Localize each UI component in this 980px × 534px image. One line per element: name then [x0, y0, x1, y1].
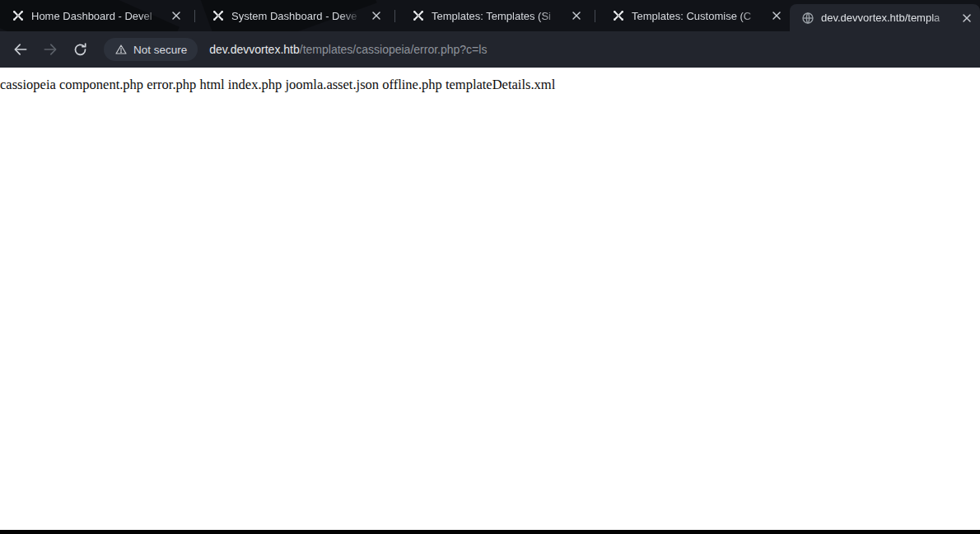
url-path: /templates/cassiopeia/error.php?c=ls [300, 43, 488, 56]
tab-home-dashboard[interactable]: Home Dashboard - Devel [0, 0, 189, 31]
tab-title: System Dashboard - Deve [231, 10, 362, 22]
warning-triangle-icon [114, 43, 128, 56]
joomla-icon [212, 9, 225, 22]
close-icon[interactable] [568, 7, 585, 24]
tab-active-error-php[interactable]: dev.devvortex.htb/templa [790, 4, 980, 31]
tab-title: dev.devvortex.htb/templa [821, 12, 952, 24]
security-label: Not secure [133, 44, 187, 56]
browser-toolbar: Not secure dev.devvortex.htb/templates/c… [0, 31, 980, 68]
close-icon[interactable] [959, 10, 975, 26]
tab-templates-customise[interactable]: Templates: Customise (C [600, 0, 790, 31]
close-icon[interactable] [368, 7, 385, 24]
joomla-icon [612, 9, 625, 22]
tab-strip: Home Dashboard - Devel [0, 0, 980, 31]
bottom-window-edge [0, 530, 980, 534]
reload-icon[interactable] [68, 37, 92, 62]
forward-icon[interactable] [38, 37, 63, 62]
joomla-icon [412, 9, 425, 22]
back-icon[interactable] [8, 37, 33, 62]
tab-title: Home Dashboard - Devel [31, 10, 161, 22]
security-chip[interactable]: Not secure [104, 38, 198, 61]
address-bar[interactable]: dev.devvortex.htb/templates/cassiopeia/e… [209, 43, 972, 56]
tab-separator [595, 10, 595, 22]
tab-title: Templates: Templates (Si [432, 10, 562, 22]
tab-system-dashboard[interactable]: System Dashboard - Deve [200, 0, 390, 31]
tab-separator [394, 10, 395, 22]
browser-window: Home Dashboard - Devel [0, 0, 980, 534]
close-icon[interactable] [768, 7, 785, 24]
url-host: dev.devvortex.htb [209, 43, 299, 56]
close-icon[interactable] [168, 7, 184, 24]
tab-title: Templates: Customise (C [632, 10, 762, 22]
tab-templates-list[interactable]: Templates: Templates (Si [400, 0, 590, 31]
tab-separator [194, 10, 195, 22]
page-viewport: cassiopeia component.php error.php html … [0, 68, 980, 530]
command-output-text: cassiopeia component.php error.php html … [0, 77, 980, 93]
globe-icon [801, 12, 814, 25]
joomla-icon [12, 9, 25, 22]
